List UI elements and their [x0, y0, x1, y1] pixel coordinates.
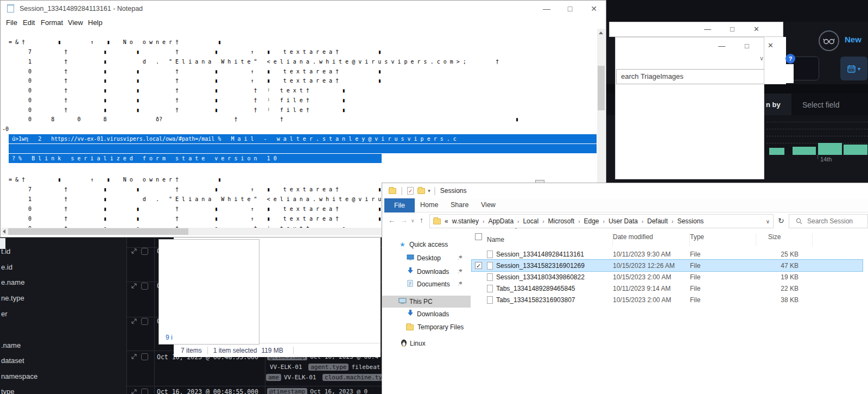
file-row[interactable]: Tabs_13341489289465845 10/11/2023 9:14 A… [472, 283, 863, 294]
menu-file[interactable]: File [6, 18, 17, 27]
explorer-titlebar[interactable]: | ✓ ▾ | Sessions [382, 183, 868, 198]
sidebar-item-quick-access[interactable]: ★ Quick access [382, 239, 471, 251]
maximize-button[interactable]: □ [745, 42, 749, 50]
tab-file[interactable]: File [384, 198, 415, 212]
tab-share[interactable]: Share [451, 201, 468, 209]
sidebar-item-downloads[interactable]: Downloads [382, 266, 471, 278]
expand-doc-icon[interactable] [131, 283, 137, 289]
item-count: 7 items [181, 347, 202, 354]
breadcrumb-segment[interactable]: User Data [609, 217, 638, 225]
column-header-date-modified[interactable]: Date modified [613, 233, 690, 246]
inspect-glasses-icon[interactable] [819, 30, 839, 51]
screen: New ▾ n by Select field 1 [0, 0, 868, 394]
recent-locations-chevron-icon[interactable]: ∨ [411, 218, 415, 223]
sidebar-item-temporary-files[interactable]: Temporary Files [382, 321, 471, 333]
expand-doc-icon[interactable] [131, 248, 137, 254]
file-row[interactable]: Session_13341803439860822 10/15/2023 2:0… [472, 271, 863, 283]
sidebar-item-label: Desktop [417, 254, 441, 262]
menu-help[interactable]: Help [88, 18, 103, 27]
menu-view[interactable]: View [68, 18, 83, 27]
forward-button[interactable]: → [400, 216, 408, 224]
explorer-window: | ✓ ▾ | Sessions File Home Share View ← … [382, 183, 868, 394]
sidebar-item-this-pc[interactable]: This PC [382, 296, 471, 308]
close-button[interactable]: ✕ [753, 25, 759, 33]
row-checkbox-checked[interactable]: ✓ [475, 262, 482, 269]
breadcrumb-segment[interactable]: Local [523, 217, 538, 225]
sidebar-item-linux[interactable]: Linux [382, 337, 471, 349]
histogram-bar-1[interactable] [793, 147, 816, 155]
breadcrumb-segment[interactable]: Sessions [677, 217, 704, 225]
column-header-size[interactable]: Size [756, 233, 813, 246]
new-folder-icon[interactable] [417, 188, 425, 194]
field-item[interactable]: e.id [1, 263, 12, 271]
chevron-down-icon[interactable]: ∨ [759, 55, 764, 62]
scroll-left-icon[interactable] [3, 229, 5, 234]
field-item[interactable]: dataset [1, 357, 24, 365]
qat-customize-chevron-icon[interactable]: ▾ [428, 188, 430, 193]
address-bar[interactable]: « w.stanley› AppData› Local› Microsoft› … [429, 214, 774, 228]
doc-checkbox[interactable] [141, 353, 148, 360]
field-item[interactable]: e.name [1, 278, 24, 286]
help-icon[interactable]: ? [785, 54, 795, 64]
minimize-button[interactable]: — [718, 42, 725, 50]
column-header-type[interactable]: Type [690, 233, 756, 246]
minimize-button[interactable]: — [541, 4, 552, 13]
date-picker-button[interactable]: ▾ [840, 57, 867, 80]
breadcrumb-segment[interactable]: Edge [584, 217, 599, 225]
expand-doc-icon[interactable] [131, 318, 137, 324]
text-line: 1 † ▮ d . " E l i a n a W h i t e " < e … [9, 57, 499, 66]
maximize-button[interactable]: □ [730, 25, 734, 33]
breadcrumb-segment[interactable]: Microsoft [548, 217, 574, 225]
triage-window-edge: ✕ [764, 37, 786, 84]
file-row[interactable]: Tabs_13341582316903807 10/15/2023 2:00 A… [472, 294, 863, 305]
triage-search-input[interactable]: earch TriageImages [616, 69, 765, 84]
doc-checkbox[interactable] [141, 283, 148, 290]
expand-doc-icon[interactable] [131, 389, 137, 394]
close-button[interactable]: ✕ [588, 4, 599, 13]
up-button[interactable]: ↑ [420, 216, 423, 224]
file-row-selected[interactable]: ✓ Session_13341582316901269 10/15/2023 1… [472, 260, 863, 271]
explorer-search-box[interactable]: Search Session [789, 214, 868, 228]
sidebar-item-desktop[interactable]: Desktop [382, 252, 471, 264]
tab-home[interactable]: Home [420, 201, 438, 209]
breakdown-select-field[interactable]: Select field [802, 101, 839, 109]
field-item[interactable]: er [1, 310, 8, 318]
notepad-titlebar[interactable]: Session_13341489284113161 - Notepad — □ … [1, 1, 606, 17]
address-dropdown-chevron-icon[interactable]: ∨ [766, 218, 770, 224]
histogram-plot[interactable] [764, 115, 868, 155]
histogram-bar-0[interactable] [769, 148, 784, 155]
breadcrumb-segment[interactable]: w.stanley [452, 217, 479, 225]
breadcrumb-segment[interactable]: AppData [488, 217, 514, 225]
doc-checkbox[interactable] [141, 318, 148, 325]
properties-check-icon[interactable]: ✓ [407, 187, 414, 195]
histogram-bar-2[interactable] [818, 143, 842, 155]
file-row[interactable]: Session_13341489284113161 10/11/2023 9:3… [472, 248, 863, 260]
minimize-button[interactable]: — [704, 25, 711, 33]
breadcrumb-segment[interactable]: Default [647, 217, 668, 225]
histogram-bar-3[interactable] [844, 145, 867, 155]
breadcrumb-separator: › [483, 218, 484, 224]
horizontal-scrollbar-thumb[interactable] [8, 228, 188, 235]
select-all-checkbox[interactable] [475, 233, 482, 240]
doc-checkbox[interactable] [141, 389, 148, 394]
doc-checkbox[interactable] [141, 248, 148, 255]
back-button[interactable]: ← [388, 216, 396, 224]
field-item[interactable]: namespace [1, 372, 37, 380]
new-button[interactable]: New [845, 35, 861, 44]
expand-doc-icon[interactable] [131, 354, 137, 359]
tab-view[interactable]: View [481, 201, 496, 209]
close-button[interactable]: ✕ [768, 41, 774, 49]
field-item[interactable]: type [1, 387, 15, 394]
sidebar-item-downloads-2[interactable]: Downloads [382, 308, 471, 320]
vertical-scrollbar-thumb[interactable] [598, 66, 605, 110]
maximize-button[interactable]: □ [565, 4, 575, 13]
column-header-name[interactable]: Name [487, 233, 613, 246]
refresh-icon[interactable]: ↻ [778, 216, 784, 225]
menu-edit[interactable]: Edit [23, 18, 35, 27]
sidebar-item-documents[interactable]: Documents [382, 278, 471, 290]
scroll-up-icon[interactable] [599, 32, 603, 34]
file-icon [487, 296, 493, 304]
menu-format[interactable]: Format [41, 18, 63, 27]
field-item[interactable]: .name [1, 341, 21, 349]
field-item[interactable]: ne.type [1, 294, 24, 302]
